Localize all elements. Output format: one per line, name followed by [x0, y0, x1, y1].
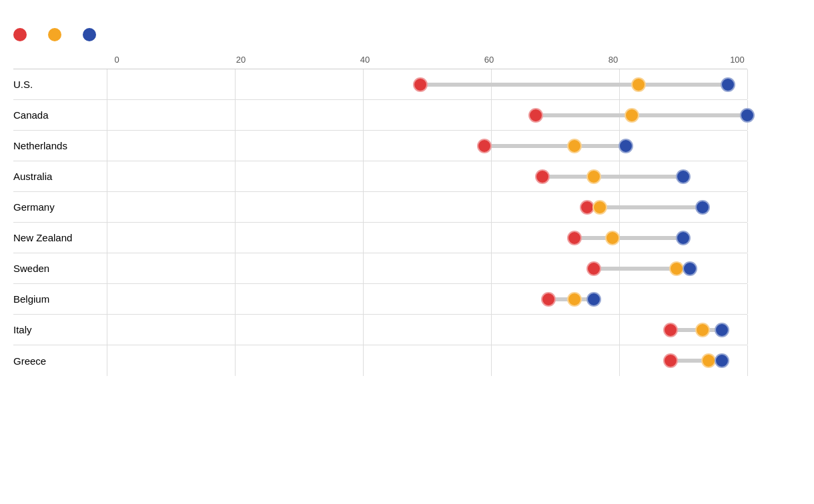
right-dot	[541, 292, 556, 307]
plot-area	[107, 192, 747, 222]
tick-20: 20	[231, 55, 251, 65]
gridline	[747, 69, 748, 99]
gridline	[107, 253, 107, 283]
gridline	[107, 161, 107, 191]
gridline	[619, 345, 620, 376]
gridline	[619, 315, 620, 345]
table-row: Germany	[13, 192, 747, 223]
tick-80: 80	[603, 55, 623, 65]
left-dot	[619, 139, 633, 153]
center-dot	[586, 169, 601, 184]
gridline	[107, 100, 107, 130]
chart: 020406080100 U.S.CanadaNetherlandsAustra…	[13, 55, 747, 376]
table-row: Canada	[13, 100, 747, 131]
legend-right	[13, 28, 32, 41]
country-name: Netherlands	[13, 140, 107, 151]
gridline	[235, 192, 236, 222]
gridline	[107, 345, 107, 376]
left-dot	[695, 200, 710, 215]
gridline	[107, 223, 107, 253]
gridline	[491, 100, 492, 130]
gridline	[107, 315, 107, 345]
plot-area	[107, 69, 747, 99]
left-dot	[676, 169, 691, 184]
axis-row: 020406080100	[13, 55, 747, 69]
table-row: Sweden	[13, 253, 747, 284]
center-dot	[567, 292, 582, 307]
gridline	[363, 100, 364, 130]
left-dot	[676, 231, 691, 245]
table-row: Belgium	[13, 284, 747, 315]
gridline	[491, 253, 492, 283]
table-row: Australia	[13, 161, 747, 192]
right-dot	[663, 323, 678, 337]
plot-area	[107, 223, 747, 253]
gridline	[747, 223, 748, 253]
gridline	[491, 223, 492, 253]
center-dot	[592, 200, 607, 215]
plot-area	[107, 100, 747, 130]
center-dot	[567, 139, 582, 153]
tick-60: 60	[479, 55, 499, 65]
center-dot	[631, 77, 646, 92]
center-dot	[695, 323, 710, 337]
gridline	[107, 284, 107, 314]
center-dot	[605, 231, 620, 245]
country-name: U.S.	[13, 79, 107, 90]
right-dot	[528, 108, 543, 123]
axis-ticks: 020406080100	[107, 55, 747, 66]
right-dot	[477, 139, 492, 153]
center-dot	[48, 28, 61, 41]
plot-area	[107, 161, 747, 191]
gridline	[363, 131, 364, 161]
gridline	[235, 100, 236, 130]
plot-area	[107, 131, 747, 161]
gridline	[491, 161, 492, 191]
country-name: New Zealand	[13, 232, 107, 243]
country-name: Germany	[13, 201, 107, 213]
plot-area	[107, 345, 747, 376]
plot-area	[107, 253, 747, 283]
gridline	[747, 345, 748, 376]
gridline	[747, 192, 748, 222]
gridline	[363, 315, 364, 345]
gridline	[491, 192, 492, 222]
gridline	[363, 345, 364, 376]
range-line	[484, 144, 625, 148]
country-name: Greece	[13, 355, 107, 367]
range-line	[420, 83, 728, 87]
country-name: Belgium	[13, 293, 107, 305]
country-name: Italy	[13, 324, 107, 335]
country-name: Australia	[13, 171, 107, 182]
gridline	[363, 284, 364, 314]
plot-area	[107, 315, 747, 345]
tick-40: 40	[355, 55, 375, 65]
gridline	[235, 69, 236, 99]
table-row: Greece	[13, 345, 747, 376]
right-dot	[535, 169, 550, 184]
country-name: Canada	[13, 109, 107, 121]
gridline	[747, 253, 748, 283]
gridline	[107, 192, 107, 222]
right-dot	[586, 261, 601, 276]
gridline	[235, 131, 236, 161]
country-name: Sweden	[13, 263, 107, 274]
chart-rows: U.S.CanadaNetherlandsAustraliaGermanyNew…	[13, 69, 747, 376]
gridline	[235, 253, 236, 283]
gridline	[107, 69, 107, 99]
left-dot	[740, 108, 755, 123]
legend-center	[48, 28, 67, 41]
left-dot	[715, 353, 729, 368]
range-line	[574, 236, 683, 240]
left-dot	[715, 323, 729, 337]
gridline	[235, 345, 236, 376]
left-dot	[83, 28, 96, 41]
gridline	[235, 284, 236, 314]
table-row: Italy	[13, 315, 747, 345]
gridline	[747, 131, 748, 161]
left-dot	[721, 77, 735, 92]
gridline	[235, 315, 236, 345]
right-dot	[567, 231, 582, 245]
gridline	[747, 161, 748, 191]
gridline	[491, 284, 492, 314]
